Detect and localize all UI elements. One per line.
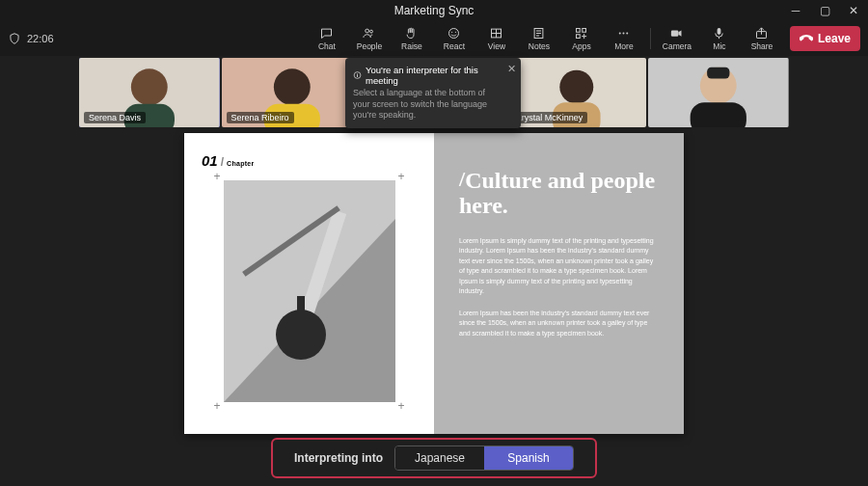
share-icon	[754, 26, 769, 40]
interpreter-bar: Interpreting into Japanese Spanish	[271, 438, 597, 478]
tooltip-title: You're an interpreter for this meeting	[366, 65, 500, 86]
more-button[interactable]: More	[606, 22, 642, 55]
tooltip-body: Select a language at the bottom of your …	[353, 88, 500, 122]
svg-rect-13	[671, 31, 679, 37]
people-icon	[362, 26, 376, 40]
maximize-button[interactable]: ▢	[810, 0, 839, 21]
camera-icon	[669, 26, 684, 40]
camera-button[interactable]: Camera	[659, 22, 695, 55]
participant-tile[interactable]	[648, 58, 789, 127]
shared-slide: 01 / Chapter + + + + /Culture a	[184, 133, 684, 434]
svg-point-1	[370, 30, 373, 33]
svg-rect-9	[577, 35, 581, 39]
svg-point-11	[623, 33, 625, 35]
participant-tile[interactable]: Krystal McKinney	[506, 58, 647, 127]
close-button[interactable]: ✕	[839, 0, 868, 21]
svg-rect-31	[708, 68, 730, 79]
notes-icon	[531, 26, 546, 40]
svg-rect-32	[691, 102, 746, 127]
view-icon	[489, 26, 503, 40]
language-option-spanish[interactable]: Spanish	[484, 446, 573, 470]
window-controls: ─ ▢ ✕	[781, 0, 868, 21]
language-toggle: Japanese Spanish	[394, 446, 574, 471]
leave-button[interactable]: Leave	[790, 26, 860, 51]
more-icon	[616, 26, 631, 40]
slide-photo-frame: + + + +	[224, 180, 395, 402]
mic-icon	[712, 26, 726, 40]
leave-icon	[800, 32, 813, 45]
titlebar: Marketing Sync ─ ▢ ✕	[0, 0, 868, 21]
participant-name: Serena Davis	[84, 112, 146, 123]
chat-icon	[319, 26, 334, 40]
chapter-marker: 01 / Chapter	[202, 152, 417, 169]
participant-tile[interactable]: Serena Ribeiro	[222, 58, 363, 127]
notes-button[interactable]: Notes	[521, 22, 557, 55]
svg-point-3	[451, 32, 452, 33]
svg-point-10	[619, 33, 621, 35]
crop-mark-icon: +	[397, 171, 404, 182]
minimize-button[interactable]: ─	[781, 0, 810, 21]
chat-button[interactable]: Chat	[309, 22, 345, 55]
slide-photo	[224, 180, 395, 402]
slide-paragraph: Lorem Ipsum has been the industry's stan…	[459, 309, 659, 339]
svg-rect-14	[718, 28, 721, 35]
chapter-label: Chapter	[227, 160, 255, 167]
svg-point-12	[627, 33, 629, 35]
react-icon	[447, 26, 461, 40]
toolbar-separator	[650, 28, 651, 49]
raise-hand-icon	[404, 26, 419, 40]
slide-headline: /Culture and people here.	[459, 168, 659, 219]
tooltip-close-button[interactable]: ✕	[507, 63, 516, 75]
slide-left-panel: 01 / Chapter + + + +	[184, 133, 434, 434]
svg-rect-34	[357, 74, 358, 77]
interpreter-tooltip: You're an interpreter for this meeting S…	[345, 58, 521, 128]
mic-button[interactable]: Mic	[701, 22, 738, 55]
language-option-japanese[interactable]: Japanese	[395, 446, 484, 470]
info-icon	[353, 70, 362, 80]
chapter-number: 01	[202, 152, 218, 169]
raise-hand-button[interactable]: Raise	[393, 22, 430, 55]
slide-right-panel: /Culture and people here. Lorem Ipsum is…	[434, 133, 684, 434]
svg-rect-7	[577, 29, 581, 33]
slide-paragraph: Lorem Ipsum is simply dummy text of the …	[459, 236, 659, 297]
svg-point-35	[357, 73, 358, 74]
react-button[interactable]: React	[436, 22, 473, 55]
participant-name: Krystal McKinney	[511, 112, 588, 123]
svg-rect-40	[297, 296, 305, 335]
meeting-toolbar: 22:06 Chat People Raise React View Notes…	[0, 21, 868, 56]
svg-point-27	[559, 70, 593, 104]
participant-tile[interactable]: Serena Davis	[79, 58, 220, 127]
svg-rect-8	[583, 29, 586, 33]
svg-point-21	[273, 68, 310, 105]
crop-mark-icon: +	[397, 400, 404, 412]
presentation-stage: 01 / Chapter + + + + /Culture a	[0, 129, 868, 434]
window-title: Marketing Sync	[394, 4, 475, 17]
crop-mark-icon: +	[214, 400, 221, 412]
apps-button[interactable]: Apps	[563, 22, 600, 55]
participant-name: Serena Ribeiro	[227, 112, 294, 123]
tooltip-title-row: You're an interpreter for this meeting	[353, 65, 500, 86]
people-button[interactable]: People	[351, 22, 388, 55]
svg-point-17	[131, 68, 168, 105]
crop-mark-icon: +	[214, 171, 221, 182]
interpreter-label: Interpreting into	[294, 451, 383, 465]
apps-icon	[574, 26, 588, 40]
meeting-duration: 22:06	[8, 32, 54, 45]
svg-point-0	[366, 29, 369, 33]
view-button[interactable]: View	[478, 22, 515, 55]
shield-icon	[8, 32, 21, 45]
leave-label: Leave	[818, 32, 851, 45]
svg-point-2	[449, 29, 459, 39]
share-button[interactable]: Share	[744, 22, 780, 55]
duration-text: 22:06	[27, 33, 54, 44]
svg-point-4	[455, 32, 456, 33]
